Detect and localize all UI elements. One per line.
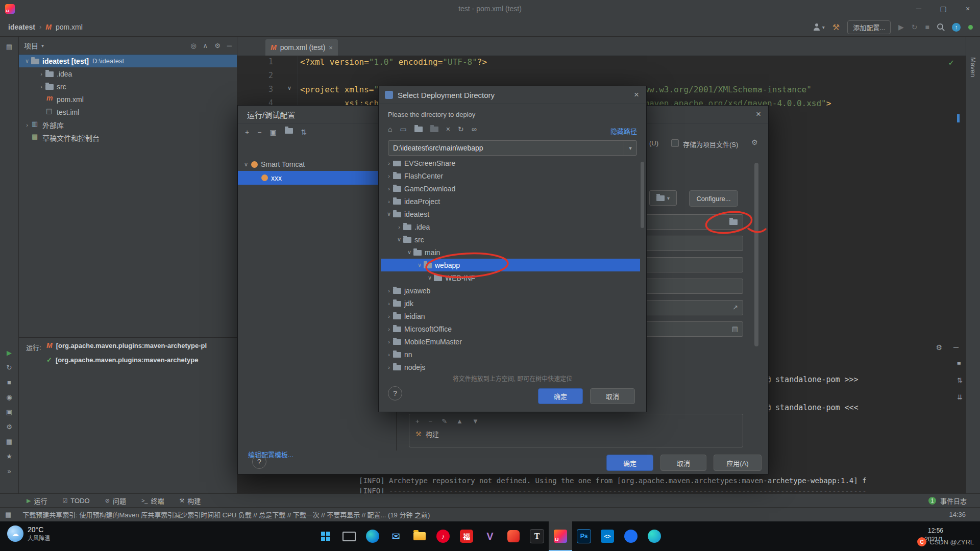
tree-row[interactable]: › ideaProject xyxy=(381,195,640,208)
new-folder-icon[interactable] xyxy=(414,127,423,132)
tree-row[interactable]: › MicrosoftOffice xyxy=(381,322,640,335)
tree-arrow-icon[interactable]: › xyxy=(385,288,393,294)
taskbar-app-vscode[interactable]: <> xyxy=(596,521,619,551)
taskbar-app-netease-music[interactable]: ♪ xyxy=(431,521,455,551)
run-stripe-icon[interactable]: ▶ xyxy=(7,349,12,357)
close-icon[interactable]: × xyxy=(756,109,761,119)
remove-icon[interactable]: − xyxy=(257,128,261,136)
maven-run-line-1[interactable]: M [org.apache.maven.plugins:maven-archet… xyxy=(46,341,207,349)
path-value[interactable]: D:\ideatest\src\main\webapp xyxy=(388,144,624,152)
breadcrumb-project[interactable]: ideatest xyxy=(8,23,35,31)
status-message[interactable]: 下载预建共享索引: 使用预构建的Maven 库共享索引减少索引时间和 CPU 负… xyxy=(22,510,430,519)
home-icon[interactable]: ⌂ xyxy=(388,125,392,133)
taskbar-app-photoshop[interactable]: Ps xyxy=(572,521,596,551)
tree-row[interactable]: ∨ WEB-INF xyxy=(381,271,640,284)
path-combo[interactable]: D:\ideatest\src\main\webapp ▾ xyxy=(388,140,637,156)
browse-folder-icon[interactable] xyxy=(729,219,738,225)
project-stripe-icon[interactable]: ▤ xyxy=(6,43,12,51)
taskbar-app-typora[interactable]: T xyxy=(525,521,549,551)
folder-icon[interactable] xyxy=(285,128,293,134)
add-icon[interactable]: + xyxy=(415,417,420,425)
taskbar-app-blue-app[interactable] xyxy=(619,521,643,551)
search-icon[interactable] xyxy=(937,23,944,31)
toolwindow-switcher-icon[interactable]: ▦ xyxy=(5,511,11,518)
taskbar-app-edge-browser[interactable] xyxy=(361,521,384,551)
tree-arrow-icon[interactable]: › xyxy=(385,352,393,358)
taskbar-app-visual-studio[interactable]: V xyxy=(478,521,502,551)
collapse-all-icon[interactable]: ∧ xyxy=(203,42,208,49)
locate-icon[interactable]: ◎ xyxy=(190,42,196,49)
tree-arrow-icon[interactable]: ∨ xyxy=(23,58,31,64)
folder-icon[interactable] xyxy=(430,127,438,132)
add-configuration-button[interactable]: 添加配置... xyxy=(847,20,891,34)
edit-icon[interactable]: ✎ xyxy=(442,417,447,425)
console-settings-icon[interactable]: ⚙ xyxy=(936,343,943,352)
settings-icon[interactable]: ⚙ xyxy=(214,42,220,49)
hide-panel-icon[interactable]: ─ xyxy=(227,42,232,49)
tree-row[interactable]: › GameDownload xyxy=(381,182,640,195)
camera-icon[interactable]: ▣ xyxy=(6,408,12,416)
tree-row[interactable]: › EVScreenShare xyxy=(381,161,640,169)
minimize-button[interactable]: ─ xyxy=(906,0,931,17)
toolwindow-item[interactable]: >_ 终端 xyxy=(141,496,164,506)
eye-icon[interactable]: ◉ xyxy=(6,393,12,401)
tree-row[interactable]: › .idea xyxy=(381,220,640,233)
configure-button[interactable]: Configure... xyxy=(689,190,738,207)
editor-tab[interactable]: M pom.xml (test) × xyxy=(265,39,338,56)
tree-row[interactable]: › nodejs xyxy=(381,361,640,373)
tree-arrow-icon[interactable]: › xyxy=(385,173,393,179)
scroll-updown-icon[interactable]: ⇅ xyxy=(957,377,963,384)
server-combo[interactable]: ▾ xyxy=(649,190,677,206)
tree-row[interactable]: › leidian xyxy=(381,310,640,322)
tree-row[interactable]: › 外部库 xyxy=(19,118,237,131)
tree-row[interactable]: ∨ ideatest xyxy=(381,208,640,220)
tree-row[interactable]: › nn xyxy=(381,348,640,361)
tree-arrow-icon[interactable]: ∨ xyxy=(405,249,413,256)
apply-button[interactable]: 应用(A) xyxy=(714,455,762,471)
taskbar-app-mail[interactable]: ✉ xyxy=(384,521,408,551)
tree-arrow-icon[interactable]: › xyxy=(385,161,393,166)
tree-row[interactable]: ∨ webapp xyxy=(381,259,640,271)
link-icon[interactable]: ∞ xyxy=(472,125,477,133)
tree-arrow-icon[interactable]: ∨ xyxy=(244,161,248,168)
tree-arrow-icon[interactable]: › xyxy=(385,186,393,192)
tree-row[interactable]: 草稿文件和控制台 xyxy=(19,131,237,144)
tree-arrow-icon[interactable]: › xyxy=(385,198,393,205)
tree-row[interactable]: ∨ main xyxy=(381,246,640,259)
taskbar-app-task-view[interactable] xyxy=(337,521,361,551)
build-task-row[interactable]: ⚒ 构建 xyxy=(409,425,743,439)
tree-row[interactable]: › MobileEmuMaster xyxy=(381,335,640,348)
inspection-ok-icon[interactable]: ✓ xyxy=(948,58,954,67)
gear-icon[interactable]: ⚙ xyxy=(751,138,758,146)
tree-arrow-icon[interactable]: › xyxy=(23,122,31,128)
tree-arrow-icon[interactable]: ∨ xyxy=(395,236,403,243)
stop-icon[interactable]: ■ xyxy=(925,23,929,31)
taskbar-app-fu-app[interactable]: 福 xyxy=(455,521,478,551)
tree-row[interactable]: pom.xml xyxy=(19,93,237,106)
scroll-end-icon[interactable]: ⇊ xyxy=(957,393,963,401)
refresh-icon[interactable]: ↻ xyxy=(458,125,464,133)
sort-icon[interactable]: ⇅ xyxy=(301,128,307,136)
help-button[interactable]: ? xyxy=(252,455,266,469)
tree-arrow-icon[interactable]: ∨ xyxy=(426,274,434,281)
tree-row[interactable]: ∨ src xyxy=(381,233,640,246)
tree-row[interactable]: ∨ ideatest [test] D:\ideatest xyxy=(19,55,237,67)
combo-arrow-icon[interactable]: ▾ xyxy=(624,141,636,155)
taskbar-app-teal-app[interactable] xyxy=(643,521,666,551)
softwrap-icon[interactable]: ≡ xyxy=(957,360,963,367)
rerun-stripe-icon[interactable]: ↻ xyxy=(7,364,12,371)
cancel-button[interactable]: 取消 xyxy=(590,388,635,404)
tree-row[interactable]: › FlashCenter xyxy=(381,169,640,182)
ok-button[interactable]: 确定 xyxy=(538,388,583,404)
remove-icon[interactable]: − xyxy=(429,417,433,425)
maven-stripe-label[interactable]: Maven xyxy=(969,57,977,77)
tree-arrow-icon[interactable]: › xyxy=(37,71,45,77)
tree-arrow-icon[interactable]: › xyxy=(385,313,393,319)
user-menu[interactable]: ▾ xyxy=(813,23,825,31)
move-down-icon[interactable]: ▼ xyxy=(472,417,479,425)
move-up-icon[interactable]: ▲ xyxy=(456,417,463,425)
event-log[interactable]: 1 事件日志 xyxy=(928,496,967,506)
tree-row[interactable]: › .idea xyxy=(19,67,237,80)
toolwindow-item[interactable]: ☑ TODO xyxy=(62,496,89,506)
tree-arrow-icon[interactable]: ∨ xyxy=(385,211,393,217)
